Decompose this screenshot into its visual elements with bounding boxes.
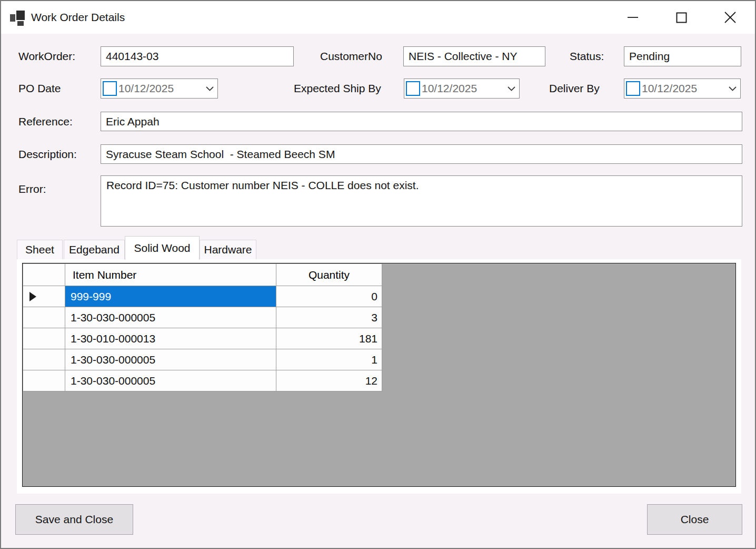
tab-hardware[interactable]: Hardware [200,240,256,259]
table-row: 999-9990 [23,286,382,307]
item-number-cell[interactable]: 1-30-030-000005 [65,370,276,391]
chevron-down-icon [508,86,515,91]
app-icon [9,9,26,26]
close-icon [724,11,737,24]
expected-ship-by-picker[interactable]: 10/12/2025 [404,79,520,99]
table-row: 1-30-030-0000051 [23,349,382,370]
quantity-cell[interactable]: 0 [276,286,382,307]
row-selector-cell[interactable] [23,328,65,349]
po-date-checkbox[interactable] [103,81,117,96]
items-table: Item Number Quantity 999-99901-30-030-00… [23,263,382,391]
work-order-details-window: Work Order Details WorkOrder: CustomerNo… [0,0,756,549]
work-order-label: WorkOrder: [18,46,75,66]
error-label: Error: [18,181,46,197]
deliver-by-picker[interactable]: 10/12/2025 [624,79,741,99]
quantity-cell[interactable]: 3 [276,307,382,328]
reference-label: Reference: [18,112,73,131]
table-row: 1-30-030-00000512 [23,370,382,391]
close-window-button[interactable] [718,4,743,31]
quantity-cell[interactable]: 1 [276,349,382,370]
item-number-header[interactable]: Item Number [65,264,276,286]
work-order-input[interactable] [101,46,294,66]
expected-ship-by-label: Expected Ship By [294,79,381,99]
item-number-cell[interactable]: 1-30-030-000005 [65,307,276,328]
description-input[interactable] [101,144,742,164]
customer-no-label: CustomerNo [320,46,382,66]
status-input[interactable] [624,46,741,66]
item-number-cell[interactable]: 999-999 [65,286,276,307]
table-header-row: Item Number Quantity [23,264,382,286]
maximize-button[interactable] [669,4,694,31]
deliver-by-dropdown-button[interactable] [724,86,740,91]
po-date-picker[interactable]: 10/12/2025 [101,79,218,99]
tab-sheet[interactable]: Sheet [17,240,63,259]
quantity-cell[interactable]: 181 [276,328,382,349]
item-number-cell[interactable]: 1-30-030-000005 [65,349,276,370]
tab-solid-wood[interactable]: Solid Wood [125,236,200,260]
table-row: 1-30-030-0000053 [23,307,382,328]
tab-page-solid-wood: Item Number Quantity 999-99901-30-030-00… [17,259,741,494]
save-and-close-button[interactable]: Save and Close [15,504,133,535]
description-label: Description: [18,145,77,164]
customer-no-input[interactable] [403,46,545,66]
minimize-icon [627,12,639,23]
error-textbox[interactable]: Record ID=75: Customer number NEIS - COL… [101,175,742,227]
expected-ship-by-value: 10/12/2025 [420,82,503,95]
chevron-down-icon [206,86,214,91]
item-number-cell[interactable]: 1-30-010-000013 [65,328,276,349]
deliver-by-label: Deliver By [549,79,600,99]
quantity-header[interactable]: Quantity [276,264,382,286]
maximize-icon [676,12,687,23]
window-title: Work Order Details [31,1,125,34]
row-selector-cell[interactable] [23,307,65,328]
chevron-down-icon [729,86,737,91]
expected-ship-by-checkbox[interactable] [406,81,420,96]
po-date-dropdown-button[interactable] [202,86,217,91]
row-selector-cell[interactable] [23,286,65,307]
current-row-indicator-icon [29,292,36,301]
row-selector-header[interactable] [23,264,65,286]
title-bar[interactable]: Work Order Details [1,1,755,34]
status-label: Status: [570,46,604,66]
minimize-button[interactable] [620,4,645,31]
close-button[interactable]: Close [647,504,742,535]
tab-edgeband[interactable]: Edgeband [64,240,125,259]
reference-input[interactable] [101,112,742,131]
deliver-by-value: 10/12/2025 [640,82,724,95]
expected-ship-by-dropdown-button[interactable] [503,86,519,91]
table-row: 1-30-010-000013181 [23,328,382,349]
row-selector-cell[interactable] [23,349,65,370]
quantity-cell[interactable]: 12 [276,370,382,391]
data-grid: Item Number Quantity 999-99901-30-030-00… [22,263,736,487]
po-date-value: 10/12/2025 [117,82,202,95]
po-date-label: PO Date [18,79,61,99]
row-selector-cell[interactable] [23,370,65,391]
deliver-by-checkbox[interactable] [626,81,640,96]
